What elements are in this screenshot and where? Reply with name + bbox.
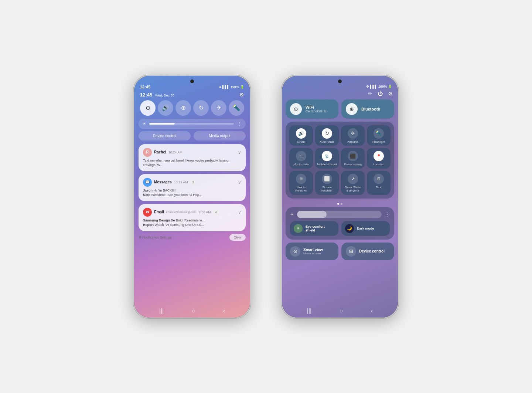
rachel-body: Text me when you get here! I know you're… xyxy=(143,158,241,167)
screen-recorder-tile[interactable]: ⬜ Screen recorder xyxy=(315,171,339,195)
qs-time: 12:45 Wed, Dec 30 xyxy=(140,92,174,98)
wifi-tile-text: WiFi CellSpot5GHz xyxy=(306,105,327,113)
nav-home-icon[interactable]: ○ xyxy=(192,308,195,314)
email-name: Email xyxy=(154,210,164,214)
qs2-grid: 🔊 Sound ↻ Auto rotate ✈ Airplane xyxy=(286,122,394,199)
clear-button[interactable]: Clear xyxy=(229,234,246,241)
notification-footer: ⚙ Notification Settings Clear xyxy=(139,234,246,241)
rachel-expand-icon[interactable]: ∨ xyxy=(238,150,241,155)
messages-time: 10:19 AM xyxy=(174,180,188,184)
autorotate-tile[interactable]: ↻ Auto rotate xyxy=(315,125,339,146)
smart-view-icon: ⊙ xyxy=(290,246,300,257)
link-windows-label: Link to Windows xyxy=(291,186,311,193)
wifi-qs-btn[interactable]: ⊙ xyxy=(140,100,156,116)
flashlight-qs-btn[interactable]: 🔦 xyxy=(229,100,244,116)
flashlight-tile[interactable]: 🔦 Flashlight xyxy=(367,125,391,146)
location-label: Location xyxy=(373,163,384,166)
brightness-icon: ☀ xyxy=(142,121,146,126)
bluetooth-qs-btn[interactable]: ⊕ xyxy=(175,100,191,116)
brightness-row-2[interactable]: ☀ ⋮ xyxy=(290,211,390,218)
brightness-more-icon[interactable]: ⋮ xyxy=(237,121,242,127)
device-control-title: Device control xyxy=(359,249,385,253)
wifi-tile[interactable]: ⊙ WiFi CellSpot5GHz xyxy=(286,99,338,119)
bluetooth-tile[interactable]: ⊕ Bluetooth xyxy=(341,99,394,119)
flashlight-tile-icon: 🔦 xyxy=(374,128,384,139)
quick-share-icon: ↗ xyxy=(348,174,358,184)
quick-share-tile[interactable]: ↗ Quick Share Everyone xyxy=(341,171,365,195)
messages-count: 3 xyxy=(190,180,196,184)
smart-view-text: Smart view Mirror screen xyxy=(303,248,323,255)
signal-icon-2: ▌▌▌ xyxy=(370,85,377,88)
nav-back-icon[interactable]: ||| xyxy=(159,308,164,314)
brightness-sun-icon-2: ☀ xyxy=(290,212,294,217)
dark-mode-toggle-icon: 🌙 xyxy=(345,224,354,233)
dex-icon: ⊡ xyxy=(374,174,384,184)
pencil-icon[interactable]: ✏ xyxy=(368,91,372,96)
power-saving-tile[interactable]: ⬛ Power saving xyxy=(341,148,365,169)
location-tile[interactable]: 📍 Location xyxy=(367,148,391,169)
brightness-track[interactable] xyxy=(149,123,234,125)
airplane-qs-btn[interactable]: ✈ xyxy=(211,100,226,116)
smart-view-tile[interactable]: ⊙ Smart view Mirror screen xyxy=(286,243,338,260)
notification-email[interactable]: ✉ Email coreux@samsung.com 9:56 AM 4 ∨ S… xyxy=(139,204,246,231)
gear-icon-2[interactable]: ⚙ xyxy=(388,91,393,96)
wifi-title: WiFi xyxy=(306,105,327,109)
sound-tile[interactable]: 🔊 Sound xyxy=(289,125,313,146)
grid-row-3: ⊞ Link to Windows ⬜ Screen recorder ↗ Qu… xyxy=(289,171,391,195)
notification-rachel[interactable]: R Rachel 10:24 AM ∨ Text me when you get… xyxy=(139,144,246,171)
brightness-track-2[interactable] xyxy=(297,211,382,218)
brightness-more-2[interactable]: ⋮ xyxy=(385,211,390,217)
media-output-btn[interactable]: Media output xyxy=(194,131,246,140)
power-icon[interactable]: ⏻ xyxy=(378,91,383,96)
power-saving-label: Power saving xyxy=(344,163,362,166)
airplane-tile[interactable]: ✈ Airplane xyxy=(341,125,365,146)
notification-messages[interactable]: 💬 Messages 10:19 AM 3 ∨ Jason Hi I'm BAC… xyxy=(139,174,246,201)
device-control-btn[interactable]: Device control xyxy=(139,131,191,140)
nav-back-icon-2[interactable]: ||| xyxy=(307,308,311,314)
email-avatar: ✉ xyxy=(143,208,152,217)
mobile-data-label: Mobile data xyxy=(293,163,308,166)
phone-2: ⊙ ▌▌▌ 100% 🔋 ✏ ⏻ ⚙ xyxy=(281,75,399,319)
hotspot-tile[interactable]: 📡 Mobile Hotspot xyxy=(315,148,339,169)
status-icons-1: ⊙ ▌▌▌ 100% 🔋 xyxy=(218,85,244,89)
smart-view-title: Smart view xyxy=(303,248,323,252)
toggle-row: ☀ Eye comfort shield 🌙 Dark mode xyxy=(290,221,390,236)
qs2-header: ✏ ⏻ ⚙ xyxy=(286,89,394,99)
nav-home-icon-2[interactable]: ○ xyxy=(340,308,343,314)
eye-comfort-toggle[interactable]: ☀ Eye comfort shield xyxy=(290,221,338,236)
status-bar-2: ⊙ ▌▌▌ 100% 🔋 xyxy=(282,82,398,89)
messages-expand-icon[interactable]: ∨ xyxy=(238,180,241,185)
report-sender: Report xyxy=(143,223,154,227)
nav-bar-2: ||| ○ ‹ xyxy=(282,304,398,318)
top-tiles: ⊙ WiFi CellSpot5GHz ⊕ Bluetooth xyxy=(286,99,394,119)
nav-recents-icon-2[interactable]: ‹ xyxy=(371,308,373,314)
qs-header-1: 12:45 Wed, Dec 30 ⚙ xyxy=(139,90,246,100)
messages-body: Jason Hi I'm BACK!!!!! Nate Awesome! See… xyxy=(143,188,241,197)
screen-recorder-icon: ⬜ xyxy=(322,174,332,184)
email-address: coreux@samsung.com xyxy=(166,210,197,214)
link-windows-icon: ⊞ xyxy=(296,174,306,184)
settings-gear-icon[interactable]: ⚙ xyxy=(239,92,244,98)
samsung-design-text: Be Bold. Resonate w... xyxy=(171,218,205,222)
bluetooth-title: Bluetooth xyxy=(361,107,380,111)
eye-comfort-label: Eye comfort shield xyxy=(306,225,335,232)
brightness-row[interactable]: ☀ ⋮ xyxy=(139,119,246,129)
dex-tile[interactable]: ⊡ DeX xyxy=(367,171,391,195)
nav-recents-icon[interactable]: ‹ xyxy=(223,308,225,314)
device-control-tile[interactable]: ⊞ Device control xyxy=(341,243,394,260)
brightness-panel-2: ☀ ⋮ ☀ Eye comfort shield xyxy=(286,207,394,240)
dark-mode-toggle[interactable]: 🌙 Dark mode xyxy=(341,221,390,236)
phones-container: 12:45 ⊙ ▌▌▌ 100% 🔋 12:45 Wed xyxy=(0,60,532,333)
autorotate-qs-btn[interactable]: ↻ xyxy=(193,100,209,116)
airplane-tile-icon: ✈ xyxy=(348,128,358,139)
hotspot-icon: 📡 xyxy=(322,151,332,161)
notification-settings-link[interactable]: ⚙ Notification Settings xyxy=(139,236,172,239)
email-expand-icon[interactable]: ∨ xyxy=(238,210,241,215)
date-time-group: 12:45 Wed, Dec 30 xyxy=(140,91,174,98)
mobile-data-tile[interactable]: ↑↓ Mobile data xyxy=(289,148,313,169)
status-time-1: 12:45 xyxy=(140,85,150,89)
sound-qs-btn[interactable]: 🔊 xyxy=(158,100,173,116)
rachel-name: Rachel xyxy=(154,150,166,154)
link-windows-tile[interactable]: ⊞ Link to Windows xyxy=(289,171,313,195)
quick-share-label: Quick Share Everyone xyxy=(342,186,363,193)
